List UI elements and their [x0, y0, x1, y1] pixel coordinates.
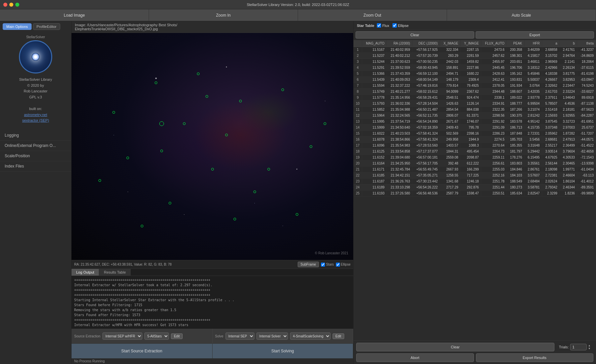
table-cell: 10	[354, 101, 362, 107]
table-cell: 11.5852	[362, 107, 386, 113]
export-table-button[interactable]: Export	[476, 31, 594, 39]
auto-scale-button[interactable]: Auto Scale	[447, 9, 596, 21]
log-content[interactable]: ++++++++++++++++++++++++++++++++++++++++…	[72, 276, 353, 327]
abort-button[interactable]: Abort	[356, 353, 474, 362]
star-table-title: Star Table	[357, 24, 374, 28]
tab-main-options[interactable]: Main Options	[3, 23, 32, 30]
table-cell: 2.96969	[542, 59, 559, 65]
table-cell: 1403.57	[440, 143, 461, 149]
table-cell: 612.222	[460, 161, 481, 167]
table-row: 311.524421:37:00.623+57:00:50.2352442.03…	[354, 59, 596, 65]
process-status: No Process Running	[74, 359, 105, 363]
table-cell: +57:56:17.925	[412, 47, 440, 53]
edit-solve-button[interactable]: Edit	[333, 333, 344, 339]
table-cell: +57:00:50.235	[412, 59, 440, 65]
column-header: theta	[577, 40, 596, 47]
start-solving-button[interactable]: Start Solving	[213, 344, 354, 358]
solve-section: Solve Internal SEP Internal Solver 4-Sma…	[213, 329, 354, 343]
table-cell: 2.97003	[559, 125, 577, 131]
table-cell: +58:00:54.149	[412, 77, 440, 83]
table-cell: 11.5594	[362, 83, 386, 89]
clear-right-button[interactable]: Clear	[356, 343, 554, 351]
table-row: 2511.619321:37:26.580+56:56:48.5362587.7…	[354, 190, 596, 196]
solver-select[interactable]: Internal Solver	[256, 332, 288, 340]
start-source-extraction-button[interactable]: Start Source Extraction	[72, 344, 213, 358]
image-area[interactable]: © Rob Lancaster 2021	[72, 33, 353, 260]
sidebar-nav: Logging Online/External Program O... Sca…	[0, 130, 71, 364]
table-cell: 5.78507	[542, 101, 559, 107]
zoom-out-button[interactable]: Zoom Out	[298, 9, 447, 21]
stars-checkbox[interactable]	[321, 263, 325, 267]
sep-method-select[interactable]: Internal SEP w/HFR	[102, 332, 142, 340]
sidebar-item-index[interactable]: Index Files	[0, 161, 71, 172]
table-cell: -63.113	[577, 173, 596, 179]
table-cell: 3.5456	[524, 137, 542, 143]
table-cell: 11.6164	[362, 161, 386, 167]
sidebar-item-logging[interactable]: Logging	[0, 130, 71, 141]
table-cell: 1426.63	[440, 101, 461, 107]
solve-method-select[interactable]: Internal SEP	[225, 332, 254, 340]
status-bar: RA: 21:35:42.627, DEC: +56:43:38.591, Va…	[72, 260, 353, 269]
sidebar-app-info: StellarSolver Library © 2020 by Rob Lanc…	[19, 77, 52, 124]
table-cell: 7	[354, 83, 362, 89]
edit-extraction-button[interactable]: Edit	[171, 333, 183, 339]
table-cell: 3.18312	[524, 65, 542, 71]
star-table-header: Star Table Flux Ellipse	[354, 21, 596, 30]
trials-input[interactable]	[570, 344, 587, 350]
table-cell: 2287.15	[460, 47, 481, 53]
table-cell: 11.6193	[362, 190, 386, 196]
tab-log-output[interactable]: Log Output	[72, 269, 99, 276]
table-cell: 20	[354, 161, 362, 167]
ellipse-checkbox[interactable]	[336, 263, 340, 267]
sidebar-item-online[interactable]: Online/External Program O...	[0, 141, 71, 151]
table-cell: 1.8236	[559, 190, 577, 196]
maximize-button[interactable]	[15, 3, 19, 7]
table-row: 1011.579321:36:02.336+57:28:14.5041426.6…	[354, 101, 596, 107]
table-cell: +57:30:23.442	[412, 179, 440, 184]
table-cell: 74.5243	[577, 83, 596, 89]
table-cell: 2227.86	[460, 65, 481, 71]
table-cell: 2309.4	[460, 77, 481, 83]
table-cell: 3.07348	[542, 125, 559, 131]
table-cell: 185.703	[507, 137, 524, 143]
clear-table-button[interactable]: Clear	[356, 31, 474, 39]
sidebar-item-scale[interactable]: Scale/Position	[0, 151, 71, 161]
table-cell: 21:40:23.503	[387, 131, 412, 137]
load-image-button[interactable]: Load Image	[0, 9, 149, 21]
trials-label-text: Trials:	[559, 345, 569, 349]
table-cell: 502.569	[440, 131, 461, 137]
table-cell: 4.30533	[559, 155, 577, 161]
app-info-line3: Rob Lancaster	[24, 89, 48, 93]
table-cell: 184.846	[507, 167, 524, 173]
table-cell: 21:36:02.336	[387, 101, 412, 107]
tab-profile-editor[interactable]: ProfileEditor	[33, 23, 60, 30]
close-button[interactable]	[3, 3, 7, 7]
table-cell: +57:17:37.077	[412, 149, 440, 155]
tab-results-table[interactable]: Results Table	[99, 269, 131, 276]
table-row: 211.523721:40:02.212+57:57:20.739283.292…	[354, 53, 596, 59]
zoom-in-button[interactable]: Zoom In	[149, 9, 298, 21]
right-panel: Star Table Flux Ellipse Clear Export MAG…	[353, 21, 596, 364]
flux-checkbox[interactable]	[377, 23, 381, 28]
profile-select[interactable]: 5-AllStars	[144, 332, 169, 340]
sextractor-link[interactable]: sextractor (SEP)	[22, 118, 49, 122]
table-cell: 21:36:26.763	[387, 179, 412, 184]
table-cell: 495.454	[460, 149, 481, 155]
table-cell: 11.5999	[362, 125, 386, 131]
astrometry-link[interactable]: astrometry.net	[24, 113, 47, 117]
minimize-button[interactable]	[9, 3, 13, 7]
table-cell: 1341.68	[440, 179, 461, 184]
scale-solving-select[interactable]: 4-SmallScaleSolving	[290, 332, 331, 340]
star-table-wrapper[interactable]: MAG_AUTORA (J2000)DEC (J2000)X_IMAGEY_IM…	[354, 40, 596, 340]
star-marker	[206, 95, 208, 98]
coordinates-display: RA: 21:35:42.627, DEC: +56:43:38.591, Va…	[74, 263, 172, 266]
table-cell: 11.6152	[362, 155, 386, 161]
subframe-button[interactable]: SubFrame	[298, 262, 319, 267]
table-cell: 2473.6	[481, 47, 507, 53]
export-results-button[interactable]: Export Results	[476, 353, 594, 362]
sidebar-tabs: Main Options ProfileEditor	[0, 21, 71, 32]
column-header: PEAK	[507, 40, 524, 47]
ellipse-table-checkbox[interactable]	[392, 23, 397, 28]
log-line: Internal Extractor w/HFR with HFR succes…	[74, 322, 351, 327]
table-cell: 89.6918	[577, 95, 596, 101]
